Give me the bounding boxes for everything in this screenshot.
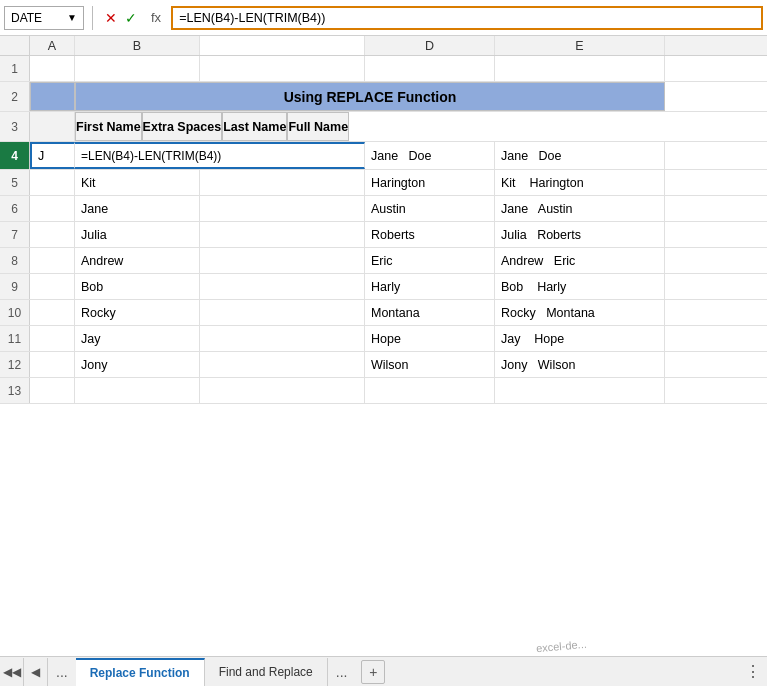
cell-e1[interactable]: [495, 56, 665, 81]
nav-prev[interactable]: ◀: [24, 658, 48, 686]
cell-c1[interactable]: [200, 56, 365, 81]
cell-b5[interactable]: Kit: [75, 170, 200, 195]
col-header-b[interactable]: B: [75, 36, 200, 55]
cell-e5[interactable]: Kit Harington: [495, 170, 665, 195]
cell-c11[interactable]: [200, 326, 365, 351]
cell-d6[interactable]: Austin: [365, 196, 495, 221]
tab-dots-left[interactable]: ...: [48, 664, 76, 680]
table-row: 12 Jony Wilson Jony Wilson: [0, 352, 767, 378]
row-num-3: 3: [0, 112, 30, 141]
cell-d12[interactable]: Wilson: [365, 352, 495, 377]
cell-a10[interactable]: [30, 300, 75, 325]
cell-c5[interactable]: [200, 170, 365, 195]
row-num-10: 10: [0, 300, 30, 325]
row-num-4: 4: [0, 142, 30, 169]
cell-a5[interactable]: [30, 170, 75, 195]
header-fullname: Full Name: [287, 112, 349, 141]
tab-menu-icon[interactable]: ⋮: [745, 662, 761, 681]
cancel-icon[interactable]: ✕: [105, 10, 117, 26]
tab-find-replace[interactable]: Find and Replace: [205, 658, 328, 686]
row-num-header: [0, 36, 30, 55]
cell-a3[interactable]: [30, 112, 75, 141]
cell-b1[interactable]: [75, 56, 200, 81]
col-header-e[interactable]: E: [495, 36, 665, 55]
cell-b8[interactable]: Andrew: [75, 248, 200, 273]
row-num-11: 11: [0, 326, 30, 351]
tab-bar: ◀◀ ◀ ... Replace Function Find and Repla…: [0, 656, 767, 686]
table-row: 3 First Name Extra Spaces Last Name Full…: [0, 112, 767, 142]
cell-b11[interactable]: Jay: [75, 326, 200, 351]
name-box-dropdown-icon[interactable]: ▼: [67, 12, 77, 23]
cell-a9[interactable]: [30, 274, 75, 299]
cell-d1[interactable]: [365, 56, 495, 81]
cell-d11[interactable]: Hope: [365, 326, 495, 351]
cell-d13[interactable]: [365, 378, 495, 403]
cell-e7[interactable]: Julia Roberts: [495, 222, 665, 247]
cell-d7[interactable]: Roberts: [365, 222, 495, 247]
cell-b7[interactable]: Julia: [75, 222, 200, 247]
formula-input[interactable]: =LEN(B4)-LEN(TRIM(B4)): [171, 6, 763, 30]
cell-d9[interactable]: Harly: [365, 274, 495, 299]
row-num-12: 12: [0, 352, 30, 377]
table-row: 11 Jay Hope Jay Hope: [0, 326, 767, 352]
cell-c8[interactable]: [200, 248, 365, 273]
col-header-a[interactable]: A: [30, 36, 75, 55]
col-header-c[interactable]: C: [200, 36, 365, 55]
header-extraspaces: Extra Spaces: [142, 112, 223, 141]
cell-a11[interactable]: [30, 326, 75, 351]
watermark: excel-de...: [536, 638, 588, 654]
cell-a4[interactable]: J: [30, 142, 75, 169]
fx-label: fx: [145, 10, 167, 25]
cell-bc4-formula[interactable]: =LEN(B4)-LEN(TRIM(B4)): [75, 142, 365, 169]
cell-b6[interactable]: Jane: [75, 196, 200, 221]
cell-c10[interactable]: [200, 300, 365, 325]
row-num-5: 5: [0, 170, 30, 195]
cell-b9[interactable]: Bob: [75, 274, 200, 299]
cell-c13[interactable]: [200, 378, 365, 403]
cell-e6[interactable]: Jane Austin: [495, 196, 665, 221]
cell-d5[interactable]: Harington: [365, 170, 495, 195]
table-row: 2 Using REPLACE Function: [0, 82, 767, 112]
col-header-d[interactable]: D: [365, 36, 495, 55]
cell-e9[interactable]: Bob Harly: [495, 274, 665, 299]
cell-c6[interactable]: [200, 196, 365, 221]
table-row: 7 Julia Roberts Julia Roberts: [0, 222, 767, 248]
cell-e4[interactable]: Jane Doe: [495, 142, 665, 169]
cell-c12[interactable]: [200, 352, 365, 377]
cell-e13[interactable]: [495, 378, 665, 403]
cell-a13[interactable]: [30, 378, 75, 403]
cell-e10[interactable]: Rocky Montana: [495, 300, 665, 325]
cell-e8[interactable]: Andrew Eric: [495, 248, 665, 273]
cell-d8[interactable]: Eric: [365, 248, 495, 273]
table-row: 13: [0, 378, 767, 404]
add-sheet-button[interactable]: +: [361, 660, 385, 684]
cell-e11[interactable]: Jay Hope: [495, 326, 665, 351]
row-num-8: 8: [0, 248, 30, 273]
cell-e12[interactable]: Jony Wilson: [495, 352, 665, 377]
nav-prev-start[interactable]: ◀◀: [0, 658, 24, 686]
table-row: 8 Andrew Eric Andrew Eric: [0, 248, 767, 274]
cell-b12[interactable]: Jony: [75, 352, 200, 377]
formula-text: =LEN(B4)-LEN(TRIM(B4)): [179, 11, 325, 25]
tab-dots-right[interactable]: ...: [328, 664, 356, 680]
cell-a12[interactable]: [30, 352, 75, 377]
cell-a7[interactable]: [30, 222, 75, 247]
cell-b10[interactable]: Rocky: [75, 300, 200, 325]
table-row: 10 Rocky Montana Rocky Montana: [0, 300, 767, 326]
tab-replace-function[interactable]: Replace Function: [76, 658, 205, 686]
cell-b13[interactable]: [75, 378, 200, 403]
cell-d10[interactable]: Montana: [365, 300, 495, 325]
name-box-label: DATE: [11, 11, 42, 25]
row-num-13: 13: [0, 378, 30, 403]
confirm-icon[interactable]: ✓: [125, 10, 137, 26]
cell-a1[interactable]: [30, 56, 75, 81]
cell-a2[interactable]: [30, 82, 75, 111]
formula-divider: [92, 6, 93, 30]
cell-a8[interactable]: [30, 248, 75, 273]
cell-d4[interactable]: Jane Doe: [365, 142, 495, 169]
row-num-2: 2: [0, 82, 30, 111]
cell-c7[interactable]: [200, 222, 365, 247]
name-box[interactable]: DATE ▼: [4, 6, 84, 30]
cell-a6[interactable]: [30, 196, 75, 221]
cell-c9[interactable]: [200, 274, 365, 299]
